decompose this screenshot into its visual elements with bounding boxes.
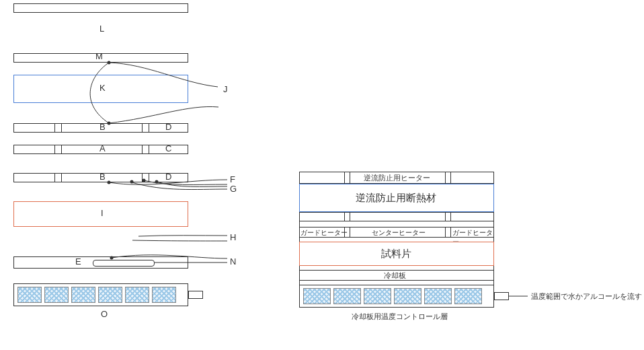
hatch-cell [71,287,95,303]
hatch-cell [364,288,391,304]
label-j: J [223,84,228,94]
label-f: F [230,174,235,184]
label-h: H [230,232,236,242]
bar-l [13,3,188,13]
label-cooling-plate: 冷却板 [384,271,406,281]
label-guard-heater-l: ガードヒーター [300,228,348,238]
label-c: C [165,143,171,153]
slot-shape [93,260,155,267]
label-g: G [230,184,237,194]
label-e: E [75,256,81,267]
outlet-stub-left [188,291,203,299]
hatch-cell [152,287,176,303]
hatch-cell [303,288,331,304]
hatch-cell [125,287,149,303]
hatch-cell [98,287,122,303]
label-n: N [230,256,236,267]
label-specimen: 試料片 [381,248,411,260]
label-i: I [101,208,104,218]
row-spacer1 [299,212,494,221]
label-o: O [101,309,108,319]
label-backflow-heater: 逆流防止用ヒーター [364,173,430,183]
label-b-2: B [99,172,106,182]
label-l: L [99,24,104,34]
label-flow-note: 温度範囲で水かアルコールを流す [531,291,642,302]
label-cooling-caption: 冷却板用温度コントロール層 [352,312,448,322]
hatch-cell [44,287,69,303]
label-m-2: M [95,51,103,61]
label-center-heater: センターヒーター [372,228,426,238]
outlet-stub-right [494,292,509,300]
label-backflow-insulation: 逆流防止用断熱材 [356,192,436,205]
hatch-cell [394,288,421,304]
label-d-1: D [165,122,171,132]
hatch-cell [454,288,482,304]
label-k: K [99,83,106,93]
hatch-cell [17,287,42,303]
hatch-cell [333,288,361,304]
label-d-2: D [165,172,171,182]
label-b-1: B [99,122,106,132]
label-a: A [99,143,106,153]
hatch-cell [424,288,452,304]
